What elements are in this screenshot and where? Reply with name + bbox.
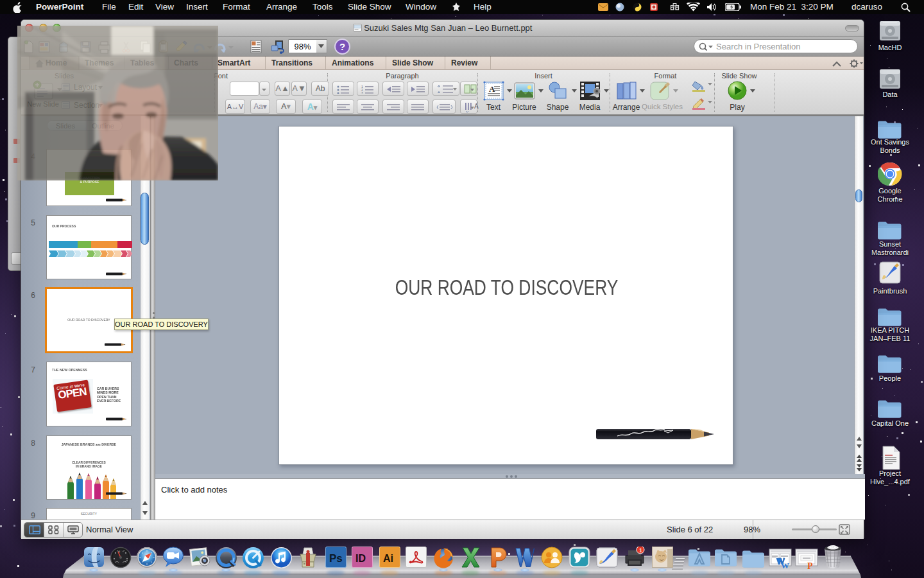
svg-text:?: ? — [339, 41, 345, 52]
svg-text:1: 1 — [639, 547, 642, 554]
svg-text:Ai: Ai — [383, 553, 393, 564]
svg-text:W: W — [781, 561, 789, 570]
svg-text:A: A — [489, 84, 495, 94]
svg-text:3: 3 — [361, 91, 363, 94]
svg-text:Ps: Ps — [329, 552, 343, 565]
svg-text:P: P — [807, 561, 813, 570]
svg-text:ID: ID — [355, 553, 366, 564]
